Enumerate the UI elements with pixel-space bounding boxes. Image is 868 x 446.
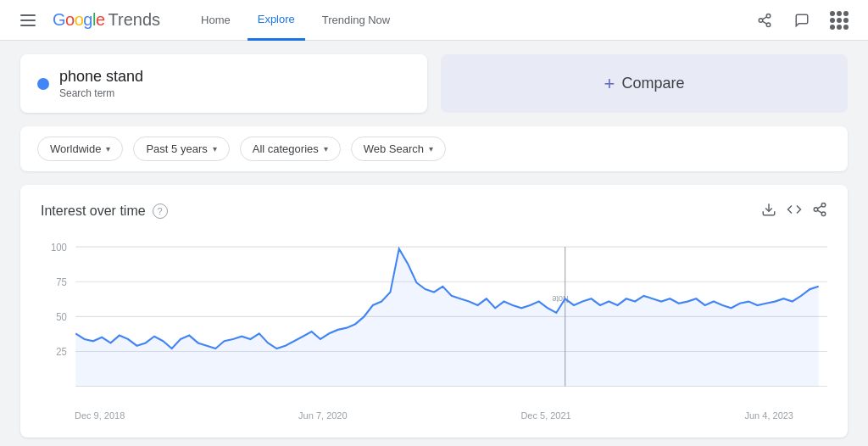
chevron-down-icon: ▾ [106, 144, 110, 153]
chevron-down-icon: ▾ [324, 144, 328, 153]
svg-line-10 [817, 206, 821, 209]
menu-icon[interactable] [14, 8, 42, 33]
compare-card[interactable]: + Compare [441, 54, 848, 113]
search-dot [37, 78, 49, 90]
svg-point-6 [821, 203, 826, 208]
svg-text:75: 75 [56, 276, 67, 287]
svg-line-4 [762, 16, 766, 19]
svg-point-2 [766, 23, 771, 27]
feedback-icon[interactable] [787, 5, 817, 36]
x-label-3: Jun 4, 2023 [745, 410, 794, 421]
svg-point-7 [814, 208, 818, 212]
svg-point-1 [759, 18, 763, 22]
chart-header: Interest over time ? [41, 202, 827, 220]
trend-line-chart: 100 75 50 25 Note [41, 237, 827, 407]
download-icon[interactable] [761, 202, 776, 220]
chart-title: Interest over time ? [41, 203, 168, 219]
main-content: phone stand Search term + Compare Worldw… [0, 41, 868, 446]
logo-trends: Trends [108, 10, 161, 30]
svg-line-3 [762, 21, 766, 24]
header: Google Trends Home Explore Trending Now [0, 0, 868, 41]
embed-icon[interactable] [787, 202, 802, 220]
filter-search-type[interactable]: Web Search ▾ [351, 137, 446, 161]
compare-label: Compare [621, 75, 684, 92]
filter-categories[interactable]: All categories ▾ [240, 137, 341, 161]
header-right [749, 5, 854, 36]
filter-time-range[interactable]: Past 5 years ▾ [133, 137, 229, 161]
x-label-0: Dec 9, 2018 [75, 410, 125, 421]
chart-card: Interest over time ? [20, 185, 848, 438]
chevron-down-icon: ▾ [213, 144, 217, 153]
svg-marker-22 [75, 248, 818, 386]
logo: Google Trends [53, 10, 160, 30]
svg-point-0 [766, 14, 771, 18]
search-term-text: phone stand [59, 68, 143, 86]
x-label-1: Jun 7, 2020 [298, 410, 348, 421]
chart-container: 100 75 50 25 Note [41, 237, 827, 407]
share-chart-icon[interactable] [812, 202, 827, 220]
svg-text:50: 50 [56, 310, 67, 321]
share-icon[interactable] [749, 5, 780, 36]
header-nav: Home Explore Trending Now [191, 0, 400, 41]
filter-bar: Worldwide ▾ Past 5 years ▾ All categorie… [20, 126, 848, 171]
header-left: Google Trends Home Explore Trending Now [14, 0, 400, 41]
svg-line-9 [817, 210, 821, 213]
svg-text:25: 25 [56, 345, 67, 356]
info-icon[interactable]: ? [153, 203, 168, 219]
search-section: phone stand Search term + Compare [20, 54, 848, 113]
search-term-label: Search term [59, 87, 143, 99]
x-axis-labels: Dec 9, 2018 Jun 7, 2020 Dec 5, 2021 Jun … [41, 407, 827, 421]
nav-explore[interactable]: Explore [248, 0, 305, 41]
search-card: phone stand Search term [20, 54, 427, 113]
apps-icon[interactable] [824, 5, 854, 36]
filter-worldwide[interactable]: Worldwide ▾ [37, 137, 123, 161]
x-label-2: Dec 5, 2021 [520, 410, 570, 421]
compare-plus-icon: + [604, 73, 615, 95]
svg-point-8 [821, 212, 826, 216]
chart-actions [761, 202, 827, 220]
logo-google: Google [53, 10, 105, 30]
search-term-info: phone stand Search term [59, 68, 143, 99]
svg-text:100: 100 [51, 241, 67, 252]
nav-trending-now[interactable]: Trending Now [312, 0, 400, 41]
nav-home[interactable]: Home [191, 0, 241, 41]
chevron-down-icon: ▾ [429, 144, 433, 153]
